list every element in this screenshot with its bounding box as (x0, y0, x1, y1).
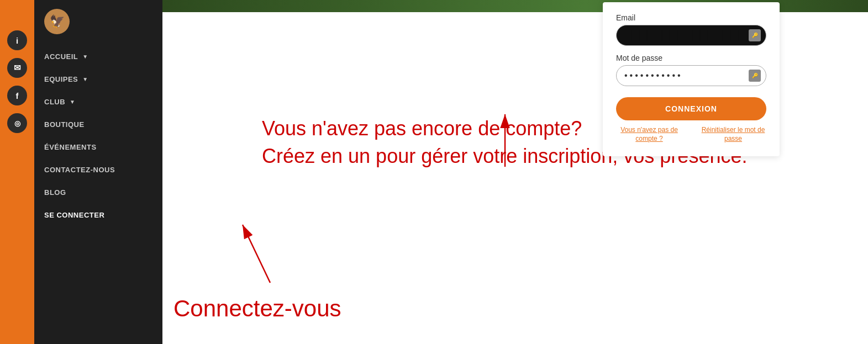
sidebar-item-club[interactable]: CLUB ▼ (34, 91, 162, 113)
equipes-arrow: ▼ (82, 76, 88, 82)
sidebar-item-blog[interactable]: BLOG (34, 181, 162, 204)
content-area: Email 🔑 Mot de passe 🔑 CONNEXION Vous n'… (162, 12, 868, 344)
sidebar: 🦅 ACCUEIL ▼ EQUIPES ▼ CLUB ▼ BOUTIQUE ÉV… (34, 0, 162, 344)
reset-password-link[interactable]: Réinitialiser le mot de passe (700, 126, 766, 143)
club-arrow: ▼ (70, 99, 75, 105)
boutique-label: BOUTIQUE (44, 120, 85, 129)
evenements-label: ÉVÉNEMENTS (44, 143, 97, 151)
club-label: CLUB (44, 98, 65, 106)
email-icon: 🔑 (749, 29, 761, 41)
bottom-annotation-label: Connectez-vous (173, 295, 341, 322)
email-input-wrapper: 🔑 (616, 25, 766, 46)
email-input[interactable] (616, 25, 766, 46)
accueil-arrow: ▼ (82, 54, 88, 60)
logo[interactable]: 🦅 (44, 9, 70, 34)
sidebar-item-contact[interactable]: CONTACTEZ-NOUS (34, 158, 162, 181)
password-input-wrapper: 🔑 (616, 65, 766, 86)
contact-label: CONTACTEZ-NOUS (44, 166, 115, 174)
se-connecter-label: SE CONNECTER (44, 211, 104, 219)
links-row: Vous n'avez pas de compte ? Réinitialise… (616, 126, 766, 143)
email-label: Email (616, 13, 766, 22)
logo-area: 🦅 (34, 9, 162, 45)
mail-icon[interactable]: ✉ (7, 58, 27, 78)
main-content: Email 🔑 Mot de passe 🔑 CONNEXION Vous n'… (162, 0, 868, 344)
sidebar-item-accueil[interactable]: ACCUEIL ▼ (34, 45, 162, 68)
sidebar-item-se-connecter[interactable]: SE CONNECTER (34, 204, 162, 226)
svg-line-2 (243, 225, 270, 283)
connexion-button[interactable]: CONNEXION (616, 97, 766, 120)
instagram-icon[interactable]: ◎ (7, 113, 27, 133)
sidebar-item-boutique[interactable]: BOUTIQUE (34, 113, 162, 136)
password-icon: 🔑 (749, 70, 761, 82)
password-label: Mot de passe (616, 54, 766, 62)
blog-label: BLOG (44, 188, 66, 197)
sidebar-item-evenements[interactable]: ÉVÉNEMENTS (34, 136, 162, 158)
equipes-label: EQUIPES (44, 75, 78, 83)
no-account-link[interactable]: Vous n'avez pas de compte ? (616, 126, 682, 143)
social-strip: i ✉ f ◎ (0, 0, 34, 344)
password-input[interactable] (616, 65, 766, 86)
login-form: Email 🔑 Mot de passe 🔑 CONNEXION Vous n'… (603, 2, 780, 156)
info-icon[interactable]: i (7, 30, 27, 50)
facebook-icon[interactable]: f (7, 86, 27, 105)
accueil-label: ACCUEIL (44, 52, 78, 61)
sidebar-item-equipes[interactable]: EQUIPES ▼ (34, 68, 162, 91)
